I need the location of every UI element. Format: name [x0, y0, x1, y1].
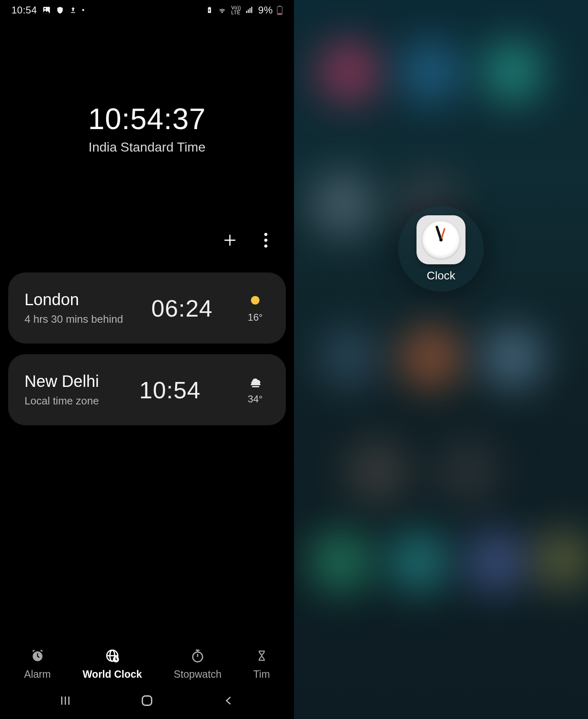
city-time: 10:54 [139, 376, 200, 404]
svg-rect-6 [249, 8, 251, 13]
hourglass-icon [253, 647, 270, 664]
svg-point-15 [264, 244, 267, 248]
svg-rect-5 [248, 9, 249, 13]
add-city-button[interactable] [220, 230, 240, 250]
tab-alarm[interactable]: Alarm [24, 647, 51, 680]
tab-world-clock[interactable]: World Clock [82, 647, 142, 680]
city-time: 06:24 [151, 295, 213, 322]
city-temp: 34° [241, 393, 270, 405]
android-nav-bar [0, 682, 294, 719]
clock-widget-tile [416, 215, 466, 264]
svg-rect-10 [278, 13, 282, 14]
wifi-icon [217, 6, 227, 14]
home-screen-blurred: Clock [294, 0, 588, 719]
tab-label: Stopwatch [174, 668, 222, 680]
stopwatch-icon [174, 647, 222, 664]
tab-timer[interactable]: Tim [253, 647, 270, 680]
city-weather: 34° [241, 375, 270, 405]
world-clock-card[interactable]: London 4 hrs 30 mins behind 06:24 16° [8, 272, 286, 344]
foggy-icon [241, 375, 270, 389]
image-icon [42, 6, 51, 15]
sunny-icon [241, 293, 270, 308]
back-button[interactable] [216, 688, 241, 713]
svg-point-13 [264, 233, 267, 236]
svg-rect-18 [252, 386, 259, 387]
city-name: New Delhi [24, 372, 99, 391]
bottom-tab-bar: Alarm World Clock Stopwatch Tim [0, 647, 294, 680]
svg-rect-4 [246, 11, 247, 13]
clock-app-panel: 10:54 • Vo))LTE 9% [0, 0, 294, 719]
svg-rect-7 [251, 7, 252, 13]
more-options-button[interactable] [256, 230, 276, 250]
status-bar: 10:54 • Vo))LTE 9% [0, 0, 294, 20]
world-clock-actions [0, 230, 294, 250]
city-offset: Local time zone [24, 395, 99, 407]
city-offset: 4 hrs 30 mins behind [24, 313, 123, 326]
status-bar-right: Vo))LTE 9% [206, 4, 283, 16]
city-name: London [24, 290, 123, 309]
tab-label: World Clock [82, 668, 142, 680]
world-clock-card[interactable]: New Delhi Local time zone 10:54 34° [8, 354, 286, 425]
world-clock-list: London 4 hrs 30 mins behind 06:24 16° Ne… [0, 272, 294, 425]
svg-point-1 [44, 8, 46, 10]
svg-rect-2 [71, 12, 75, 13]
header-time: 10:54:37 [0, 102, 294, 136]
home-button[interactable] [135, 688, 159, 713]
battery-saver-icon [206, 6, 213, 15]
clock-widget-label: Clock [427, 269, 455, 282]
svg-rect-3 [209, 7, 210, 8]
upload-icon [69, 6, 77, 15]
battery-percentage: 9% [258, 4, 273, 16]
city-info: London 4 hrs 30 mins behind [24, 290, 123, 326]
alarm-icon [24, 647, 51, 664]
tab-label: Tim [253, 668, 270, 680]
dot-icon: • [82, 6, 85, 15]
battery-icon [277, 5, 283, 15]
city-weather: 16° [241, 293, 270, 323]
city-temp: 16° [241, 312, 270, 323]
volte-indicator: Vo))LTE [231, 5, 241, 15]
status-bar-time: 10:54 [11, 4, 37, 16]
tab-stopwatch[interactable]: Stopwatch [174, 647, 222, 680]
globe-icon [82, 647, 142, 664]
signal-icon [245, 6, 254, 14]
shield-icon [56, 6, 64, 15]
analog-clock-icon [422, 221, 460, 259]
svg-point-14 [264, 239, 267, 242]
svg-point-16 [251, 296, 260, 305]
tab-label: Alarm [24, 668, 51, 680]
clock-widget[interactable]: Clock [398, 206, 484, 292]
header-clock: 10:54:37 India Standard Time [0, 102, 294, 155]
svg-rect-17 [251, 384, 261, 385]
header-timezone: India Standard Time [0, 140, 294, 155]
svg-rect-9 [278, 6, 281, 7]
svg-rect-31 [143, 696, 152, 706]
recents-button[interactable] [53, 688, 78, 713]
city-info: New Delhi Local time zone [24, 372, 99, 407]
status-bar-left: 10:54 • [11, 4, 85, 16]
